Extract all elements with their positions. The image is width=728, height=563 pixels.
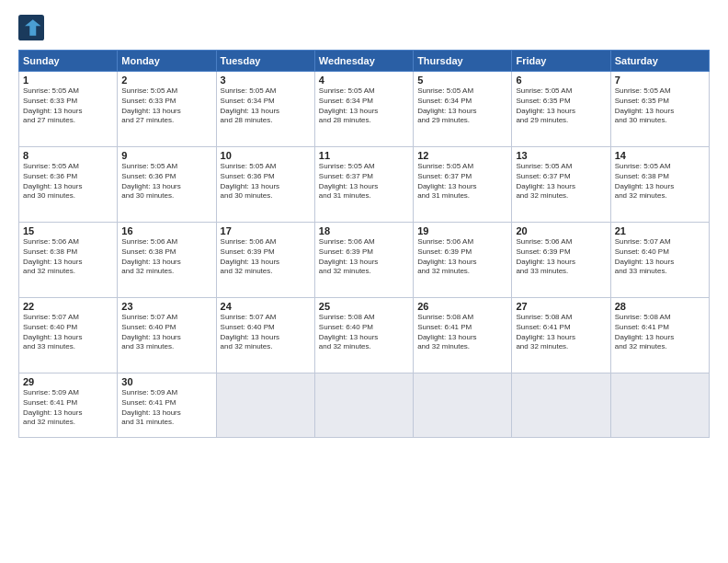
- day-info: Sunrise: 5:08 AM Sunset: 6:40 PM Dayligh…: [319, 313, 409, 352]
- day-cell-7: 7Sunrise: 5:05 AM Sunset: 6:35 PM Daylig…: [610, 72, 709, 147]
- day-cell-13: 13Sunrise: 5:05 AM Sunset: 6:37 PM Dayli…: [512, 147, 610, 223]
- weekday-header-sunday: Sunday: [19, 51, 118, 72]
- day-info: Sunrise: 5:09 AM Sunset: 6:41 PM Dayligh…: [121, 388, 211, 428]
- day-number: 30: [121, 376, 211, 387]
- day-number: 20: [516, 225, 606, 236]
- day-info: Sunrise: 5:06 AM Sunset: 6:39 PM Dayligh…: [417, 237, 507, 277]
- day-info: Sunrise: 5:06 AM Sunset: 6:39 PM Dayligh…: [221, 237, 311, 277]
- day-number: 14: [615, 150, 705, 161]
- day-info: Sunrise: 5:06 AM Sunset: 6:38 PM Dayligh…: [121, 237, 211, 277]
- day-cell-10: 10Sunrise: 5:05 AM Sunset: 6:36 PM Dayli…: [216, 147, 314, 223]
- day-number: 22: [23, 301, 113, 312]
- day-number: 10: [221, 150, 311, 161]
- calendar-page: SundayMondayTuesdayWednesdayThursdayFrid…: [0, 0, 728, 563]
- day-number: 5: [417, 75, 507, 86]
- day-cell-12: 12Sunrise: 5:05 AM Sunset: 6:37 PM Dayli…: [414, 147, 512, 223]
- day-number: 25: [319, 301, 409, 312]
- day-cell-5: 5Sunrise: 5:05 AM Sunset: 6:34 PM Daylig…: [414, 72, 512, 147]
- weekday-header-saturday: Saturday: [610, 51, 709, 72]
- header: [18, 15, 710, 40]
- empty-cell: [216, 373, 314, 438]
- day-number: 29: [23, 376, 113, 387]
- week-row-1: 1Sunrise: 5:05 AM Sunset: 6:33 PM Daylig…: [19, 72, 710, 147]
- day-cell-24: 24Sunrise: 5:07 AM Sunset: 6:40 PM Dayli…: [216, 298, 314, 373]
- day-cell-21: 21Sunrise: 5:07 AM Sunset: 6:40 PM Dayli…: [610, 223, 709, 298]
- day-number: 24: [221, 301, 311, 312]
- day-cell-17: 17Sunrise: 5:06 AM Sunset: 6:39 PM Dayli…: [216, 223, 314, 298]
- day-number: 6: [516, 75, 606, 86]
- day-cell-29: 29Sunrise: 5:09 AM Sunset: 6:41 PM Dayli…: [19, 373, 118, 438]
- day-info: Sunrise: 5:08 AM Sunset: 6:41 PM Dayligh…: [516, 313, 606, 352]
- day-info: Sunrise: 5:05 AM Sunset: 6:34 PM Dayligh…: [221, 86, 311, 126]
- empty-cell: [512, 373, 610, 438]
- day-info: Sunrise: 5:05 AM Sunset: 6:35 PM Dayligh…: [615, 86, 705, 126]
- day-cell-30: 30Sunrise: 5:09 AM Sunset: 6:41 PM Dayli…: [118, 373, 216, 438]
- day-cell-8: 8Sunrise: 5:05 AM Sunset: 6:36 PM Daylig…: [19, 147, 118, 223]
- empty-cell: [610, 373, 709, 438]
- day-info: Sunrise: 5:05 AM Sunset: 6:33 PM Dayligh…: [23, 86, 113, 126]
- day-cell-3: 3Sunrise: 5:05 AM Sunset: 6:34 PM Daylig…: [216, 72, 314, 147]
- day-cell-6: 6Sunrise: 5:05 AM Sunset: 6:35 PM Daylig…: [512, 72, 610, 147]
- day-info: Sunrise: 5:09 AM Sunset: 6:41 PM Dayligh…: [23, 388, 113, 428]
- weekday-header-friday: Friday: [512, 51, 610, 72]
- logo: [18, 15, 48, 40]
- day-number: 21: [615, 225, 705, 236]
- day-info: Sunrise: 5:07 AM Sunset: 6:40 PM Dayligh…: [615, 237, 705, 277]
- week-row-5: 29Sunrise: 5:09 AM Sunset: 6:41 PM Dayli…: [19, 373, 710, 438]
- weekday-header-thursday: Thursday: [414, 51, 512, 72]
- day-number: 26: [417, 301, 507, 312]
- day-cell-11: 11Sunrise: 5:05 AM Sunset: 6:37 PM Dayli…: [314, 147, 413, 223]
- day-info: Sunrise: 5:05 AM Sunset: 6:35 PM Dayligh…: [516, 86, 606, 126]
- empty-cell: [314, 373, 413, 438]
- day-number: 13: [516, 150, 606, 161]
- day-cell-1: 1Sunrise: 5:05 AM Sunset: 6:33 PM Daylig…: [19, 72, 118, 147]
- day-info: Sunrise: 5:05 AM Sunset: 6:34 PM Dayligh…: [417, 86, 507, 126]
- day-info: Sunrise: 5:07 AM Sunset: 6:40 PM Dayligh…: [121, 313, 211, 352]
- day-number: 17: [221, 225, 311, 236]
- day-cell-27: 27Sunrise: 5:08 AM Sunset: 6:41 PM Dayli…: [512, 298, 610, 373]
- day-number: 12: [417, 150, 507, 161]
- day-info: Sunrise: 5:05 AM Sunset: 6:36 PM Dayligh…: [23, 162, 113, 201]
- day-cell-20: 20Sunrise: 5:06 AM Sunset: 6:39 PM Dayli…: [512, 223, 610, 298]
- day-cell-28: 28Sunrise: 5:08 AM Sunset: 6:41 PM Dayli…: [610, 298, 709, 373]
- week-row-2: 8Sunrise: 5:05 AM Sunset: 6:36 PM Daylig…: [19, 147, 710, 223]
- weekday-header-wednesday: Wednesday: [314, 51, 413, 72]
- empty-cell: [414, 373, 512, 438]
- day-number: 3: [221, 75, 311, 86]
- day-cell-9: 9Sunrise: 5:05 AM Sunset: 6:36 PM Daylig…: [118, 147, 216, 223]
- day-info: Sunrise: 5:05 AM Sunset: 6:33 PM Dayligh…: [121, 86, 211, 126]
- day-info: Sunrise: 5:07 AM Sunset: 6:40 PM Dayligh…: [221, 313, 311, 352]
- day-number: 28: [615, 301, 705, 312]
- day-number: 4: [319, 75, 409, 86]
- day-cell-2: 2Sunrise: 5:05 AM Sunset: 6:33 PM Daylig…: [118, 72, 216, 147]
- day-cell-18: 18Sunrise: 5:06 AM Sunset: 6:39 PM Dayli…: [314, 223, 413, 298]
- day-info: Sunrise: 5:05 AM Sunset: 6:37 PM Dayligh…: [417, 162, 507, 201]
- day-cell-22: 22Sunrise: 5:07 AM Sunset: 6:40 PM Dayli…: [19, 298, 118, 373]
- day-cell-19: 19Sunrise: 5:06 AM Sunset: 6:39 PM Dayli…: [414, 223, 512, 298]
- day-number: 7: [615, 75, 705, 86]
- day-number: 27: [516, 301, 606, 312]
- week-row-3: 15Sunrise: 5:06 AM Sunset: 6:38 PM Dayli…: [19, 223, 710, 298]
- day-number: 1: [23, 75, 113, 86]
- day-info: Sunrise: 5:05 AM Sunset: 6:36 PM Dayligh…: [121, 162, 211, 201]
- day-info: Sunrise: 5:07 AM Sunset: 6:40 PM Dayligh…: [23, 313, 113, 352]
- day-number: 2: [121, 75, 211, 86]
- logo-icon: [18, 15, 44, 40]
- week-row-4: 22Sunrise: 5:07 AM Sunset: 6:40 PM Dayli…: [19, 298, 710, 373]
- day-info: Sunrise: 5:08 AM Sunset: 6:41 PM Dayligh…: [615, 313, 705, 352]
- day-cell-14: 14Sunrise: 5:05 AM Sunset: 6:38 PM Dayli…: [610, 147, 709, 223]
- day-cell-16: 16Sunrise: 5:06 AM Sunset: 6:38 PM Dayli…: [118, 223, 216, 298]
- day-number: 9: [121, 150, 211, 161]
- day-info: Sunrise: 5:08 AM Sunset: 6:41 PM Dayligh…: [417, 313, 507, 352]
- day-number: 8: [23, 150, 113, 161]
- day-info: Sunrise: 5:06 AM Sunset: 6:38 PM Dayligh…: [23, 237, 113, 277]
- day-number: 19: [417, 225, 507, 236]
- day-info: Sunrise: 5:05 AM Sunset: 6:34 PM Dayligh…: [319, 86, 409, 126]
- day-cell-23: 23Sunrise: 5:07 AM Sunset: 6:40 PM Dayli…: [118, 298, 216, 373]
- day-cell-25: 25Sunrise: 5:08 AM Sunset: 6:40 PM Dayli…: [314, 298, 413, 373]
- day-info: Sunrise: 5:05 AM Sunset: 6:38 PM Dayligh…: [615, 162, 705, 201]
- day-cell-15: 15Sunrise: 5:06 AM Sunset: 6:38 PM Dayli…: [19, 223, 118, 298]
- calendar-table: SundayMondayTuesdayWednesdayThursdayFrid…: [18, 50, 710, 438]
- weekday-header-row: SundayMondayTuesdayWednesdayThursdayFrid…: [19, 51, 710, 72]
- day-info: Sunrise: 5:06 AM Sunset: 6:39 PM Dayligh…: [516, 237, 606, 277]
